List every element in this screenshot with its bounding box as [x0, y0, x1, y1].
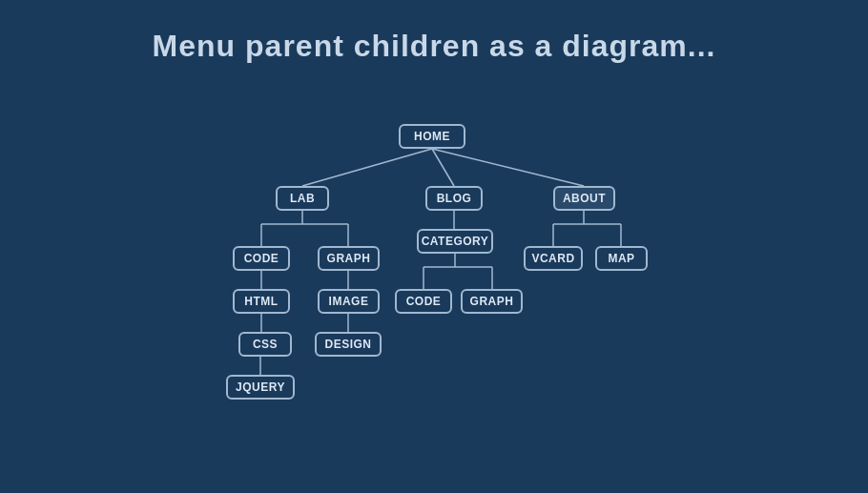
node-vcard[interactable]: VCARD: [524, 246, 583, 271]
svg-line-1: [432, 149, 454, 186]
page-title: Menu parent children as a diagram...: [0, 0, 868, 64]
node-blog[interactable]: BLOG: [425, 186, 483, 211]
node-jquery[interactable]: JQUERY: [226, 375, 295, 400]
node-home[interactable]: HOME: [399, 124, 465, 149]
node-css[interactable]: CSS: [238, 332, 292, 357]
node-graph-lab[interactable]: GRAPH: [318, 246, 380, 271]
node-about[interactable]: ABOUT: [553, 186, 615, 211]
node-category[interactable]: CATEGORY: [417, 229, 493, 254]
diagram-container: HOME LAB BLOG ABOUT CODE GRAPH CATEGORY …: [0, 105, 868, 493]
svg-line-2: [432, 149, 584, 186]
node-image[interactable]: IMAGE: [318, 289, 380, 314]
node-map[interactable]: MAP: [595, 246, 648, 271]
node-html[interactable]: HTML: [233, 289, 290, 314]
node-lab[interactable]: LAB: [276, 186, 329, 211]
svg-line-0: [302, 149, 432, 186]
node-code-cat[interactable]: CODE: [395, 289, 452, 314]
node-graph-cat[interactable]: GRAPH: [461, 289, 523, 314]
node-design[interactable]: DESIGN: [315, 332, 382, 357]
node-code-lab[interactable]: CODE: [233, 246, 290, 271]
